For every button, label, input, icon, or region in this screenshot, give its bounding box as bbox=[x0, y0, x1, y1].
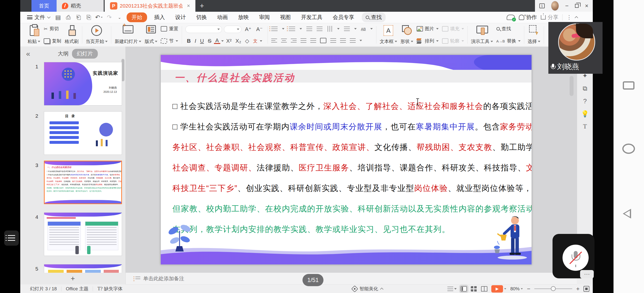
redo-icon[interactable]: ↷ bbox=[106, 14, 113, 21]
slide-thumbnail-4[interactable] bbox=[44, 212, 122, 256]
play-from-current-button[interactable]: 当页开始 bbox=[86, 25, 108, 45]
reset-button[interactable]: 重置 bbox=[161, 26, 178, 32]
add-slide-button[interactable]: + bbox=[71, 274, 75, 283]
home-button[interactable] bbox=[622, 144, 635, 154]
save-icon[interactable]: ▤ bbox=[54, 14, 62, 21]
recents-button[interactable] bbox=[623, 81, 634, 90]
new-tab-button[interactable]: + bbox=[196, 0, 208, 12]
tab-docer[interactable]: 稻壳 bbox=[56, 0, 104, 12]
layout-button[interactable]: 版式 bbox=[145, 25, 157, 45]
text-highlight-icon[interactable]: AB bbox=[361, 27, 366, 31]
line-spacing-up-icon[interactable] bbox=[330, 38, 336, 43]
tab-home[interactable]: 首页 bbox=[32, 0, 56, 12]
fill-button[interactable]: 填充 bbox=[442, 26, 464, 32]
zoom-out-button[interactable]: − bbox=[527, 285, 530, 292]
strikethrough-button[interactable]: S bbox=[206, 38, 213, 44]
columns-icon[interactable] bbox=[320, 38, 326, 43]
strip-more-button[interactable]: ⋯ bbox=[580, 270, 594, 278]
arrange-button[interactable]: 排列 bbox=[417, 38, 438, 44]
print-icon[interactable]: ⎗ bbox=[75, 14, 82, 21]
slides-tab[interactable]: 幻灯片 bbox=[72, 49, 98, 59]
numbering-icon[interactable] bbox=[289, 27, 295, 31]
normal-view-button[interactable] bbox=[460, 286, 467, 291]
section-button[interactable]: 节 bbox=[161, 38, 178, 44]
collapse-ribbon-icon[interactable] bbox=[575, 16, 578, 20]
outline-tab[interactable]: 大纲 bbox=[58, 50, 68, 57]
zoom-level-select[interactable]: 80% bbox=[510, 286, 523, 291]
distribute-icon[interactable] bbox=[310, 38, 316, 43]
idea-bulb-icon[interactable]: 💡 bbox=[577, 110, 593, 118]
line-spacing-icon[interactable] bbox=[350, 38, 356, 43]
menu-tab-transition[interactable]: 切换 bbox=[191, 14, 212, 21]
smart-beautify-button[interactable]: 智能美化 bbox=[352, 286, 384, 292]
share-button[interactable]: 分享 bbox=[541, 14, 558, 21]
notes-bar[interactable]: 单击此处添加备注 bbox=[126, 273, 577, 284]
shrink-font-button[interactable]: A⁻ bbox=[255, 26, 264, 33]
decrease-indent-icon[interactable] bbox=[306, 27, 312, 31]
menu-tab-slideshow[interactable]: 放映 bbox=[233, 14, 254, 21]
menu-tab-design[interactable]: 设计 bbox=[170, 14, 191, 21]
presentation-tools-button[interactable]: 演示工具 bbox=[471, 25, 493, 45]
notes-toggle-button[interactable] bbox=[448, 287, 457, 291]
file-menu[interactable]: 文件 bbox=[20, 14, 53, 21]
menu-tab-insert[interactable]: 插入 bbox=[149, 14, 170, 21]
window-count-icon[interactable]: 1 bbox=[539, 4, 545, 8]
picture-button[interactable]: 图片 bbox=[417, 26, 438, 32]
increase-indent-icon[interactable] bbox=[317, 27, 322, 31]
bullets-icon[interactable] bbox=[271, 27, 278, 31]
superscript-button[interactable]: X² bbox=[225, 38, 233, 44]
collaborate-button[interactable]: 协作 bbox=[519, 14, 537, 21]
cut-button[interactable]: ✂剪切 bbox=[44, 26, 61, 32]
slide-area-scrollbar[interactable] bbox=[570, 76, 574, 96]
current-slide-canvas[interactable]: 一、什么是社会实践活动 □ 社会实践活动是学生在课堂教学之外，深入社会、了解社会… bbox=[160, 55, 532, 265]
font-name-select[interactable] bbox=[186, 26, 222, 33]
text-tool-icon[interactable]: T bbox=[577, 123, 593, 130]
back-button[interactable] bbox=[623, 209, 631, 218]
slide-editing-area[interactable]: 一、什么是社会实践活动 □ 社会实践活动是学生在课堂教学之外，深入社会、了解社会… bbox=[126, 47, 577, 273]
restore-button[interactable] bbox=[575, 4, 578, 8]
paste-button[interactable]: 粘贴 bbox=[28, 25, 40, 45]
slideshow-button[interactable]: ▶ bbox=[491, 285, 506, 292]
print-preview-icon[interactable]: ⎘ bbox=[85, 14, 92, 21]
menu-tab-view[interactable]: 视图 bbox=[275, 14, 296, 21]
align-left-icon[interactable] bbox=[271, 39, 277, 43]
reading-view-button[interactable] bbox=[481, 286, 488, 291]
collapse-panel-icon[interactable]: « bbox=[26, 50, 30, 58]
char-spacing-icon[interactable] bbox=[344, 27, 350, 31]
zoom-in-button[interactable]: + bbox=[576, 285, 580, 292]
output-icon[interactable]: ⎙ bbox=[65, 14, 72, 21]
slide-body-text[interactable]: □ 社会实践活动是学生在课堂教学之外，深入社会、了解社会、适应社会和服务社会的各… bbox=[172, 96, 521, 239]
font-color-button[interactable]: A bbox=[214, 38, 220, 44]
align-right-icon[interactable] bbox=[291, 39, 297, 43]
zoom-slider-knob[interactable] bbox=[551, 286, 556, 291]
format-painter-button[interactable]: 格式刷 bbox=[65, 25, 78, 45]
underline-button[interactable]: U bbox=[198, 38, 206, 44]
loop-window-icon[interactable]: ⧉ bbox=[577, 85, 593, 92]
close-window-button[interactable]: × bbox=[585, 3, 588, 9]
slide-thumbnail-5[interactable] bbox=[44, 264, 122, 273]
clear-format-icon[interactable]: ◇ bbox=[244, 38, 251, 44]
italic-button[interactable]: I bbox=[193, 38, 198, 44]
find-button-ribbon[interactable]: 查找 bbox=[496, 26, 520, 32]
more-menu-icon[interactable]: ⋮ bbox=[566, 14, 572, 21]
select-button[interactable]: 选择 bbox=[528, 25, 540, 45]
textbox-button[interactable]: A 文本框 bbox=[380, 25, 397, 45]
justify-icon[interactable] bbox=[300, 38, 306, 43]
help-icon[interactable]: ? bbox=[577, 97, 593, 105]
account-avatar[interactable] bbox=[551, 1, 559, 11]
video-participant-tile[interactable]: 刘晓燕 bbox=[548, 22, 602, 74]
cloud-saved-icon[interactable] bbox=[507, 15, 515, 20]
menu-tab-home[interactable]: 开始 bbox=[126, 13, 147, 22]
menu-tab-devtools[interactable]: 开发工具 bbox=[296, 14, 328, 21]
fit-slide-button[interactable] bbox=[584, 286, 589, 292]
floating-assistant-widget[interactable] bbox=[4, 230, 19, 246]
slide-sorter-view-button[interactable] bbox=[471, 286, 477, 291]
replace-button[interactable]: A→B替换 bbox=[496, 38, 520, 44]
toolbar-more-icon[interactable]: ⌄ bbox=[116, 14, 123, 21]
tab-document[interactable]: P 20201213社会实践主题班会.pptx × bbox=[105, 0, 196, 12]
minimize-button[interactable]: − bbox=[565, 3, 568, 9]
subscript-button[interactable]: X₂ bbox=[234, 38, 242, 44]
undo-icon[interactable]: ↶ bbox=[96, 14, 103, 21]
copy-button[interactable]: 复制 bbox=[44, 38, 61, 44]
grow-font-button[interactable]: A⁺ bbox=[244, 26, 253, 33]
